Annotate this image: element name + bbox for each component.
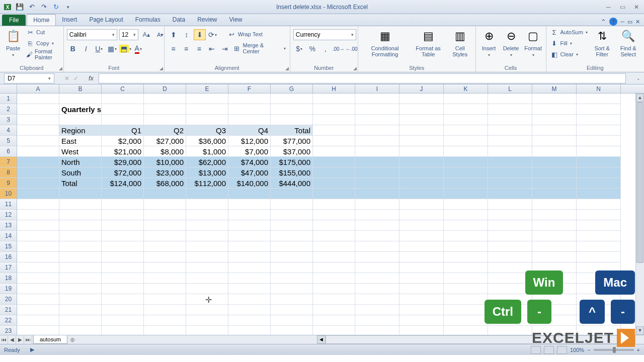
cell[interactable] xyxy=(444,178,488,189)
row-header[interactable]: 13 xyxy=(0,220,17,231)
cell[interactable] xyxy=(577,231,621,241)
name-box[interactable]: D7▾ xyxy=(4,73,54,83)
cell[interactable] xyxy=(399,157,444,167)
cell[interactable]: $62,000 xyxy=(186,157,228,167)
cell[interactable] xyxy=(271,241,313,252)
cell[interactable] xyxy=(102,189,144,199)
row-header[interactable]: 6 xyxy=(0,146,17,157)
bold-button[interactable]: B xyxy=(67,43,79,54)
row-header[interactable]: 5 xyxy=(0,136,17,146)
cell[interactable] xyxy=(186,115,228,125)
tab-view[interactable]: View xyxy=(223,14,249,26)
cell[interactable] xyxy=(102,326,144,335)
cell[interactable] xyxy=(444,136,488,146)
cell[interactable] xyxy=(271,284,313,294)
cell[interactable] xyxy=(355,125,399,136)
cell[interactable] xyxy=(313,115,355,125)
cell[interactable] xyxy=(313,210,355,220)
expand-formula-bar[interactable]: ⌄ xyxy=(635,76,642,81)
cell[interactable] xyxy=(144,104,186,115)
macro-icon[interactable]: ▶ xyxy=(30,346,34,353)
cell[interactable] xyxy=(399,294,444,305)
cell[interactable] xyxy=(144,115,186,125)
page-layout-view-button[interactable] xyxy=(544,346,554,354)
row-header[interactable]: 14 xyxy=(0,231,17,241)
cell[interactable] xyxy=(355,157,399,167)
maximize-button[interactable]: ▭ xyxy=(618,3,627,11)
cell[interactable] xyxy=(271,262,313,273)
cell[interactable] xyxy=(144,231,186,241)
redo-icon[interactable]: ↷ xyxy=(38,2,49,12)
cell[interactable] xyxy=(313,284,355,294)
excel-icon[interactable]: X xyxy=(2,2,13,12)
select-all-button[interactable] xyxy=(0,84,17,93)
cell[interactable] xyxy=(186,210,228,220)
cell[interactable] xyxy=(102,241,144,252)
cell[interactable] xyxy=(186,252,228,262)
cell[interactable] xyxy=(355,262,399,273)
cell[interactable] xyxy=(488,262,532,273)
column-header[interactable]: H xyxy=(313,84,355,93)
cell[interactable] xyxy=(271,220,313,231)
refresh-icon[interactable]: ↻ xyxy=(50,2,61,12)
currency-button[interactable]: $▾ xyxy=(293,43,305,54)
cell[interactable] xyxy=(144,284,186,294)
row-header[interactable]: 19 xyxy=(0,284,17,294)
decrease-indent-button[interactable]: ⇤ xyxy=(206,43,218,54)
cell[interactable] xyxy=(102,115,144,125)
cell[interactable] xyxy=(17,326,59,335)
cell[interactable] xyxy=(17,115,59,125)
cell[interactable] xyxy=(444,104,488,115)
row-header[interactable]: 9 xyxy=(0,178,17,189)
cell[interactable] xyxy=(17,189,59,199)
insert-cells-button[interactable]: ⊕Insert▾ xyxy=(479,27,499,59)
cell[interactable] xyxy=(399,231,444,241)
cell[interactable] xyxy=(399,104,444,115)
cell[interactable] xyxy=(399,284,444,294)
first-sheet-button[interactable]: ⏮ xyxy=(0,336,8,344)
cell[interactable] xyxy=(17,231,59,241)
align-top-button[interactable]: ⬆ xyxy=(168,29,180,40)
cell[interactable] xyxy=(444,157,488,167)
cell[interactable] xyxy=(488,178,532,189)
cell[interactable] xyxy=(313,252,355,262)
cell[interactable] xyxy=(228,94,271,104)
cell[interactable]: Q1 xyxy=(102,125,144,136)
cell[interactable] xyxy=(59,315,102,326)
column-header[interactable]: K xyxy=(444,84,488,93)
cell[interactable] xyxy=(488,189,532,199)
cell[interactable] xyxy=(144,220,186,231)
cell[interactable]: $140,000 xyxy=(228,178,271,189)
cell[interactable] xyxy=(17,104,59,115)
tab-review[interactable]: Review xyxy=(191,14,223,26)
cell[interactable] xyxy=(59,262,102,273)
cell[interactable] xyxy=(313,305,355,315)
row-header[interactable]: 18 xyxy=(0,273,17,284)
cell[interactable] xyxy=(355,273,399,284)
cell[interactable] xyxy=(399,252,444,262)
cell[interactable] xyxy=(488,157,532,167)
cell[interactable] xyxy=(577,146,621,157)
cell[interactable] xyxy=(228,273,271,284)
cell[interactable] xyxy=(488,199,532,210)
cell[interactable] xyxy=(186,199,228,210)
cell[interactable] xyxy=(59,305,102,315)
cell[interactable]: East xyxy=(59,136,102,146)
cell[interactable] xyxy=(17,273,59,284)
cell[interactable] xyxy=(355,231,399,241)
page-break-view-button[interactable] xyxy=(557,346,567,354)
cell[interactable] xyxy=(102,273,144,284)
cell[interactable] xyxy=(59,210,102,220)
scroll-right-button[interactable]: ▶ xyxy=(627,335,635,344)
cell[interactable] xyxy=(577,315,621,326)
cell[interactable] xyxy=(488,241,532,252)
cell[interactable] xyxy=(399,262,444,273)
cell[interactable] xyxy=(577,199,621,210)
increase-indent-button[interactable]: ⇥ xyxy=(219,43,231,54)
scroll-up-button[interactable]: ▲ xyxy=(636,94,644,102)
cell[interactable] xyxy=(102,210,144,220)
cell[interactable] xyxy=(577,273,621,284)
cell[interactable] xyxy=(532,241,577,252)
row-header[interactable]: 8 xyxy=(0,167,17,178)
cell[interactable] xyxy=(444,220,488,231)
